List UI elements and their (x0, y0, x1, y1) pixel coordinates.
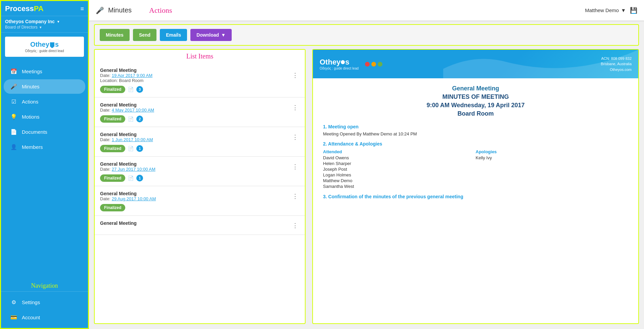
list-item-footer: Finalized 📄 1 (100, 174, 300, 182)
company-name[interactable]: Otheyos Company Inc ▼ (5, 19, 84, 24)
date-link[interactable]: 19 Apr 2017 9:00 AM (112, 73, 152, 78)
list-item: General Meeting Date: 1 Jun 2017 10:00 A… (95, 127, 305, 157)
hamburger-icon[interactable]: ≡ (80, 5, 84, 12)
content-area: List Items General Meeting Date: 19 Apr … (89, 49, 644, 329)
actions-label: Actions (22, 99, 38, 105)
sidebar-item-members[interactable]: 👤 Members (4, 140, 85, 154)
list-item: General Meeting Date: 19 Apr 2017 9:00 A… (95, 63, 305, 97)
app-logo: ProcessPA (5, 4, 44, 13)
list-item-footer: Finalized 📄 3 (100, 86, 300, 93)
sidebar-item-settings[interactable]: ⚙ Settings (4, 295, 85, 310)
acn-info: ACN: 808 099 832 Brisbane, Australia Oth… (601, 56, 632, 73)
dot-orange (371, 62, 376, 67)
item-menu-icon[interactable]: ⋮ (291, 132, 300, 142)
motions-label: Motions (22, 114, 40, 120)
meetings-label: Meetings (22, 69, 42, 74)
details-logo: Otheys Οδηγός : guide direct lead (320, 58, 382, 70)
account-icon: 💳 (10, 314, 17, 321)
brand-logo-title: Othey●s (9, 41, 80, 48)
document-icon: 📄 (128, 87, 134, 92)
user-dropdown-icon: ▼ (621, 7, 626, 13)
date-link[interactable]: 1 Jun 2017 10:00 AM (112, 137, 153, 142)
date-link[interactable]: 4 May 2017 10:00 AM (112, 108, 154, 113)
list-item-header: General Meeting Date: 29 Aug 2017 10:00 … (100, 191, 300, 201)
list-item-location: Location: Board Room (100, 78, 152, 83)
list-item-footer: Finalized 📄 2 (100, 115, 300, 123)
dot-green (378, 62, 382, 67)
company-dropdown-icon: ▼ (57, 20, 60, 24)
document-icon: 📄 (128, 146, 134, 151)
sidebar-item-minutes[interactable]: 🎤 Minutes (4, 79, 85, 94)
board-name[interactable]: Board of Directors ▼ (5, 25, 84, 30)
list-item-date: Date: 1 Jun 2017 10:00 AM (100, 137, 153, 142)
logo-pa: PA (34, 4, 44, 13)
status-badge: Finalized (100, 174, 125, 182)
list-item-title: General Meeting (100, 220, 137, 226)
date-link[interactable]: 27 Jun 2017 10:00 AM (112, 167, 155, 172)
list-item-footer: Finalized 📄 1 (100, 145, 300, 152)
sidebar-item-meetings[interactable]: 📅 Meetings (4, 64, 85, 79)
attendee: David Owens (323, 155, 476, 161)
details-wrapper: Selected Item Details Otheys Οδη (309, 49, 639, 324)
doc-count-badge: 2 (136, 116, 143, 122)
list-item-header: General Meeting Date: 19 Apr 2017 9:00 A… (100, 68, 300, 83)
document-icon: 📄 (128, 116, 134, 122)
sidebar-company: Otheyos Company Inc ▼ Board of Directors… (1, 16, 88, 33)
item-menu-icon[interactable]: ⋮ (291, 220, 300, 231)
list-item-title: General Meeting (100, 68, 152, 73)
list-item-title: General Meeting (100, 102, 154, 108)
main-content: 🎤 Minutes Actions Matthew Demo ▼ 💾 Minut… (89, 0, 644, 329)
topbar-right: Matthew Demo ▼ 💾 (585, 7, 637, 14)
logo-dots (365, 62, 382, 67)
date-link[interactable]: 29 Aug 2017 10:00 AM (112, 196, 156, 201)
section-2-title: 2. Attendance & Apologies (323, 141, 628, 147)
attended-header: Attended (323, 149, 476, 155)
item-menu-icon[interactable]: ⋮ (291, 70, 300, 80)
sidebar-item-motions[interactable]: 💡 Motions (4, 110, 85, 124)
sidebar-header: ProcessPA ≡ (1, 1, 88, 16)
documents-icon: 📄 (10, 129, 17, 135)
minutes-label: Minutes (22, 84, 40, 89)
attendee: Helen Sharper (323, 161, 476, 166)
logo-circle (341, 60, 345, 64)
page-title: Minutes (108, 6, 132, 14)
meeting-room: Board Room (323, 110, 628, 117)
documents-label: Documents (22, 129, 47, 135)
sidebar-item-account[interactable]: 💳 Account (4, 310, 85, 325)
motions-icon: 💡 (10, 114, 17, 120)
download-button[interactable]: Download ▼ (190, 29, 232, 41)
list-item-date: Date: 4 May 2017 10:00 AM (100, 108, 154, 113)
minutes-button[interactable]: Minutes (100, 29, 130, 41)
meeting-datetime: 9:00 AM Wednesday, 19 April 2017 (323, 102, 628, 109)
list-item: General Meeting Date: 4 May 2017 10:00 A… (95, 97, 305, 127)
actions-toolbar: Minutes Send Emails Download ▼ (94, 24, 639, 46)
details-panel: Otheys Οδηγός : guide direct lead (312, 49, 639, 324)
emails-button[interactable]: Emails (160, 29, 187, 41)
list-item: General Meeting ⋮ (95, 216, 305, 235)
dot-red (365, 62, 370, 67)
sidebar-item-documents[interactable]: 📄 Documents (4, 125, 85, 139)
actions-header-label: Actions (149, 6, 172, 15)
list-item-title: General Meeting (100, 132, 153, 137)
item-menu-icon[interactable]: ⋮ (291, 102, 300, 113)
minutes-icon: 🎤 (10, 83, 17, 90)
brand-logo-box: Othey●s Οδηγός : guide direct lead (5, 37, 84, 57)
list-item-header: General Meeting Date: 1 Jun 2017 10:00 A… (100, 132, 300, 142)
account-label: Account (22, 315, 40, 320)
save-icon[interactable]: 💾 (630, 7, 637, 14)
download-arrow-icon: ▼ (221, 32, 226, 38)
sidebar-item-actions[interactable]: ☑ Actions (4, 94, 85, 109)
status-badge: Finalized (100, 145, 125, 152)
list-annotation: List Items (95, 50, 305, 63)
actions-icon: ☑ (10, 98, 17, 105)
item-menu-icon[interactable]: ⋮ (291, 162, 300, 172)
list-item: General Meeting Date: 29 Aug 2017 10:00 … (95, 186, 305, 216)
status-badge: Finalized (100, 204, 125, 211)
send-button[interactable]: Send (133, 29, 156, 41)
attendee: Logan Holmes (323, 172, 476, 178)
members-icon: 👤 (10, 144, 17, 150)
attendee: Joseph Post (323, 166, 476, 172)
status-badge: Finalized (100, 115, 125, 123)
user-menu[interactable]: Matthew Demo ▼ (585, 7, 626, 13)
item-menu-icon[interactable]: ⋮ (291, 191, 300, 201)
